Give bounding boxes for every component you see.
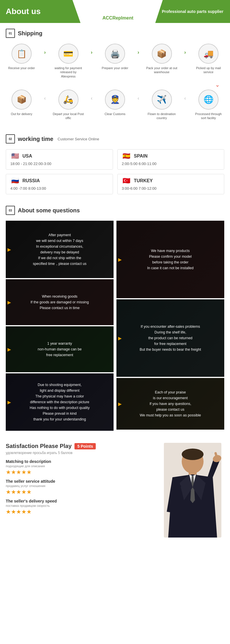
question-block-r1: ▶ We have many productsPlease confirm yo… bbox=[116, 221, 224, 298]
rating-label-3: The seller's delivery speed bbox=[6, 499, 158, 503]
rating-sub-1: подходящие для описания bbox=[6, 464, 158, 468]
step-circle-8: 👮 bbox=[105, 90, 125, 110]
question-block-1: ▶ After paymentwe will send out within 7… bbox=[6, 221, 114, 278]
arrow-btn-2[interactable]: ▶ bbox=[7, 300, 11, 305]
step-label-9: Flown to destination country bbox=[146, 112, 178, 120]
country-turkey: 🇹🇷 TURKEY 3:00-6:00 7:00-12:00 bbox=[117, 174, 225, 194]
question-text-r1: We have many productsPlease confirm your… bbox=[143, 244, 198, 275]
turkey-flag: 🇹🇷 bbox=[122, 178, 131, 184]
rating-sub-3: поставка продавцом скорость bbox=[6, 504, 158, 507]
points-badge: 5 Points bbox=[74, 443, 96, 449]
flight-icon: ✈️ bbox=[157, 95, 167, 104]
step-prepare: 🖨️ Prepare your order bbox=[99, 44, 131, 70]
step-circle-9: ✈️ bbox=[152, 90, 172, 110]
satisfaction-left: Satisfaction Please Play 5 Points удовле… bbox=[6, 443, 158, 538]
question-text-1: After paymentwe will send out within 7 d… bbox=[28, 228, 91, 271]
shipping-num: 01 bbox=[6, 29, 15, 38]
step-label-6: Out for delivery bbox=[11, 112, 32, 116]
step-circle-5: 🚚 bbox=[198, 44, 218, 64]
svg-text:★: ★ bbox=[210, 450, 214, 455]
shipping-title: 01 Shipping bbox=[6, 29, 224, 38]
step-circle-6: 📦 bbox=[12, 90, 32, 110]
spain-name: SPAIN bbox=[134, 154, 148, 159]
russia-times: 4:00 -7:00 8:00-13:00 bbox=[10, 186, 108, 191]
svg-point-2 bbox=[182, 449, 204, 460]
brand-name: ACCReplment bbox=[102, 15, 133, 21]
question-text-4: Due to shooting equipment,light and disp… bbox=[25, 378, 94, 426]
arrow-btn-r2[interactable]: ▶ bbox=[118, 335, 122, 341]
questions-left: ▶ After paymentwe will send out within 7… bbox=[6, 221, 114, 431]
satisfaction-subtitle: удовлетворение просьба играть 5 баллов bbox=[6, 451, 158, 455]
rating-label-1: Matching to description bbox=[6, 459, 158, 464]
step-customs: 👮 Clear Customs bbox=[99, 90, 131, 116]
header-brand: ACCReplment bbox=[80, 0, 155, 23]
arrow-3: › bbox=[137, 44, 139, 55]
satisfaction-right: ★ bbox=[161, 443, 224, 538]
step-label-5: Picked up by mail service bbox=[193, 66, 224, 74]
sort-icon: 🌐 bbox=[204, 95, 214, 104]
turn-arrow: ⌄ bbox=[6, 81, 224, 88]
working-time-section: 02 working time Customer Service Online … bbox=[0, 129, 230, 200]
question-block-r2: ▶ If you encounter after-sales problemsD… bbox=[116, 299, 224, 377]
tagline-text: Professional auto parts supplier bbox=[162, 9, 223, 14]
step-delivery: 📦 Out for delivery bbox=[6, 90, 37, 116]
customs-icon: 👮 bbox=[110, 95, 120, 104]
question-block-4: ▶ Due to shooting equipment,light and di… bbox=[6, 373, 114, 431]
usa-flag: 🇺🇸 bbox=[10, 153, 20, 159]
step-label-3: Prepare your order bbox=[102, 66, 128, 70]
shipping-label: Shipping bbox=[18, 30, 43, 37]
prepare-icon: 🖨️ bbox=[110, 49, 120, 59]
rating-2: The seller service attitude продавец усл… bbox=[6, 479, 158, 495]
step-circle-3: 🖨️ bbox=[105, 44, 125, 64]
question-text-r2: If you encounter after-sales problemsDur… bbox=[135, 319, 205, 357]
step-payment: 💳 waiting for payment released by Aliexp… bbox=[53, 44, 84, 78]
arrow-1: › bbox=[44, 44, 46, 55]
question-block-3: ▶ 1 year warrantynon-human damage can be… bbox=[6, 326, 114, 372]
arrow-7: ‹ bbox=[137, 90, 139, 101]
country-russia: 🇷🇺 RUSSIA 4:00 -7:00 8:00-13:00 bbox=[6, 174, 113, 194]
question-text-3: 1 year warrantynon-human damage can befr… bbox=[33, 336, 86, 362]
person-figure: ★ bbox=[164, 443, 221, 538]
pack-icon: 📦 bbox=[157, 49, 167, 59]
questions-section: 03 About some questions ▶ After paymentw… bbox=[0, 200, 230, 437]
step-circle-10: 🌐 bbox=[198, 90, 218, 110]
rating-stars-2: ★★★★★ bbox=[6, 488, 158, 495]
russia-flag: 🇷🇺 bbox=[10, 178, 20, 184]
arrow-btn-3[interactable]: ▶ bbox=[7, 347, 11, 352]
arrow-btn-r3[interactable]: ▶ bbox=[118, 401, 122, 407]
working-label: working time bbox=[18, 136, 53, 142]
country-spain: 🇪🇸 SPAIN 2:00-5:00 6:00-11:00 bbox=[117, 149, 225, 170]
questions-label: About some questions bbox=[18, 207, 80, 214]
step-label-10: Processed through sort facility bbox=[193, 112, 224, 120]
step-pickup: 🚚 Picked up by mail service bbox=[193, 44, 224, 74]
shipping-section: 01 Shipping 📋 Receive your order › 💳 wai… bbox=[0, 23, 230, 129]
arrow-btn-r1[interactable]: ▶ bbox=[118, 257, 122, 262]
step-receive: 📋 Receive your order bbox=[6, 44, 37, 70]
shipping-row-2: 📦 Out for delivery ‹ 🛵 Depart your local… bbox=[6, 90, 224, 120]
step-label-1: Receive your order bbox=[8, 66, 35, 70]
rating-stars-3: ★★★★★ bbox=[6, 508, 158, 515]
arrow-8: ‹ bbox=[184, 90, 186, 101]
working-title: 02 working time Customer Service Online bbox=[6, 134, 224, 143]
step-circle-1: 📋 bbox=[12, 44, 32, 64]
spain-times: 2:00-5:00 6:00-11:00 bbox=[122, 162, 220, 166]
arrow-btn-4[interactable]: ▶ bbox=[7, 399, 11, 405]
receive-icon: 📋 bbox=[17, 49, 27, 59]
rating-label-2: The seller service attitude bbox=[6, 479, 158, 484]
step-circle-7: 🛵 bbox=[58, 90, 78, 110]
rating-sub-2: продавец услуг отношения bbox=[6, 484, 158, 488]
questions-num: 03 bbox=[6, 206, 15, 215]
shipping-row-1: 📋 Receive your order › 💳 waiting for pay… bbox=[6, 44, 224, 78]
step-label-7: Depart your local Post offic bbox=[53, 112, 84, 120]
pickup-icon: 🚚 bbox=[204, 49, 214, 59]
rating-stars-1: ★★★★★ bbox=[6, 469, 158, 476]
turkey-name: TURKEY bbox=[134, 178, 153, 183]
rating-1: Matching to description подходящие для о… bbox=[6, 459, 158, 476]
arrow-btn-1[interactable]: ▶ bbox=[7, 247, 11, 252]
question-block-r3: ▶ Each of your praiseis our encouragemen… bbox=[116, 378, 224, 430]
usa-times: 18:00 - 21:00 22:00-3:00 bbox=[10, 162, 108, 166]
delivery-icon: 📦 bbox=[17, 95, 27, 104]
russia-header: 🇷🇺 RUSSIA bbox=[10, 178, 108, 184]
depart-icon: 🛵 bbox=[63, 95, 73, 104]
step-circle-4: 📦 bbox=[152, 44, 172, 64]
